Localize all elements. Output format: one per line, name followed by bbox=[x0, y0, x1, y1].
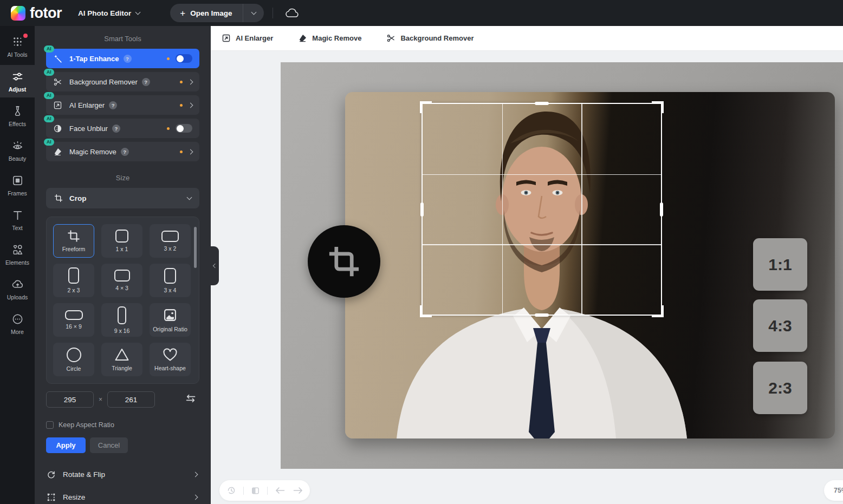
new-feature-dot bbox=[180, 150, 183, 153]
crop-option-heart[interactable]: Heart-shape bbox=[150, 343, 191, 376]
rail-item-uploads[interactable]: Uploads bbox=[0, 273, 35, 305]
resize-row[interactable]: Resize bbox=[46, 489, 199, 504]
open-image-button[interactable]: + Open Image bbox=[170, 4, 243, 22]
crop-option-triangle[interactable]: Triangle bbox=[101, 343, 142, 376]
help-icon[interactable]: ? bbox=[124, 55, 132, 63]
toolbar-tab-label: Background Remover bbox=[400, 34, 474, 42]
toolbar-tab-label: AI Enlarger bbox=[236, 34, 273, 42]
crop-handle-right[interactable] bbox=[660, 202, 663, 217]
crop-dimensions-row: × bbox=[46, 391, 199, 408]
help-icon[interactable]: ? bbox=[121, 148, 129, 156]
canvas-toolbar: AI Enlarger Magic Remove Background Remo… bbox=[211, 26, 843, 51]
compare-button[interactable] bbox=[251, 486, 260, 495]
crop-handle-left[interactable] bbox=[420, 202, 424, 217]
crop-handle-bottom-left[interactable] bbox=[420, 305, 432, 317]
rail-item-more[interactable]: More bbox=[0, 307, 35, 340]
swap-dimensions-button[interactable] bbox=[185, 394, 196, 405]
tool-row-background-remover[interactable]: AI Background Remover ? bbox=[46, 72, 199, 91]
crop-option-label: 2 x 3 bbox=[68, 287, 80, 293]
frames-icon bbox=[11, 174, 24, 187]
notification-dot bbox=[23, 34, 28, 38]
crop-option-3x2[interactable]: 3 x 2 bbox=[150, 224, 191, 258]
crop-option-label: Heart-shape bbox=[154, 365, 186, 371]
tool-row-magic-remove[interactable]: AI Magic Remove ? bbox=[46, 142, 199, 161]
redo-button[interactable] bbox=[293, 486, 303, 495]
toolbar-tab-magic-remove[interactable]: Magic Remove bbox=[294, 30, 366, 46]
cloud-sync-button[interactable] bbox=[283, 8, 301, 18]
apply-button[interactable]: Apply bbox=[46, 437, 86, 453]
rail-item-effects[interactable]: Effects bbox=[0, 100, 35, 132]
rail-item-label: Elements bbox=[5, 259, 29, 266]
chevron-left-icon bbox=[212, 264, 217, 268]
rail-item-adjust[interactable]: Adjust bbox=[0, 65, 35, 97]
crop-handle-bottom-right[interactable] bbox=[652, 305, 664, 317]
app-menu-label: AI Photo Editor bbox=[78, 9, 131, 17]
width-input[interactable] bbox=[46, 391, 94, 408]
landscape-ratio-icon bbox=[161, 231, 179, 242]
ratio-badge-1-1: 1:1 bbox=[753, 238, 807, 291]
crop-option-circle[interactable]: Circle bbox=[53, 343, 94, 376]
rail-item-ai-tools[interactable]: AI Tools bbox=[0, 30, 35, 63]
rail-item-label: Adjust bbox=[9, 86, 27, 93]
photo-canvas[interactable]: 1:1 4:3 2:3 bbox=[281, 62, 843, 469]
keep-aspect-ratio-checkbox[interactable] bbox=[46, 421, 54, 429]
rail-item-beauty[interactable]: Beauty bbox=[0, 134, 35, 167]
rotate-flip-row[interactable]: Rotate & Flip bbox=[46, 466, 199, 482]
text-icon bbox=[11, 209, 24, 221]
undo-button[interactable] bbox=[275, 486, 286, 495]
landscape-ratio-icon bbox=[114, 270, 130, 282]
panel-collapse-handle[interactable] bbox=[211, 246, 219, 285]
crop-option-freeform[interactable]: Freeform bbox=[53, 224, 94, 258]
crop-option-4x3[interactable]: 4 × 3 bbox=[101, 264, 142, 297]
adjust-sliders-icon bbox=[11, 70, 24, 83]
crop-ratio-grid: Freeform 1 x 1 3 x 2 2 x 3 4 × 3 bbox=[53, 224, 192, 376]
tool-label: AI Enlarger bbox=[69, 101, 105, 109]
crop-option-2x3[interactable]: 2 x 3 bbox=[53, 264, 94, 297]
crop-option-original-ratio[interactable]: Original Ratio bbox=[150, 303, 191, 337]
crop-option-9x16[interactable]: 9 x 16 bbox=[101, 303, 142, 337]
tool-row-1-tap-enhance[interactable]: AI 1-Tap Enhance ? bbox=[46, 49, 199, 68]
ai-badge: AI bbox=[44, 45, 54, 53]
portrait-ratio-icon bbox=[164, 268, 176, 284]
history-button[interactable] bbox=[226, 486, 236, 495]
help-icon[interactable]: ? bbox=[112, 125, 120, 133]
open-image-split-button[interactable]: + Open Image bbox=[170, 4, 264, 22]
fotor-logo-icon bbox=[11, 6, 25, 21]
zoom-level-control[interactable]: 75% bbox=[824, 480, 843, 501]
crop-selection-box[interactable] bbox=[422, 103, 662, 316]
rail-item-text[interactable]: Text bbox=[0, 204, 35, 236]
help-icon[interactable]: ? bbox=[142, 78, 150, 86]
height-input[interactable] bbox=[107, 391, 155, 408]
crop-handle-bottom[interactable] bbox=[535, 313, 549, 317]
rotate-icon bbox=[46, 469, 56, 479]
fotor-logo[interactable]: fotor bbox=[11, 5, 62, 22]
toolbar-tab-ai-enlarger[interactable]: AI Enlarger bbox=[217, 30, 277, 46]
crop-handle-top-left[interactable] bbox=[420, 101, 432, 113]
cancel-button[interactable]: Cancel bbox=[90, 437, 128, 453]
rail-item-label: Uploads bbox=[7, 294, 28, 300]
crop-actions-row: Apply Cancel bbox=[46, 437, 199, 453]
plus-icon: + bbox=[180, 9, 185, 18]
crop-option-label: Triangle bbox=[112, 365, 132, 371]
toolbar-tab-background-remover[interactable]: Background Remover bbox=[382, 30, 478, 46]
heart-shape-icon bbox=[163, 348, 178, 362]
app-menu-dropdown[interactable]: AI Photo Editor bbox=[78, 9, 140, 17]
rail-item-frames[interactable]: Frames bbox=[0, 169, 35, 201]
crop-handle-top[interactable] bbox=[535, 102, 549, 105]
crop-dropdown[interactable]: Crop bbox=[46, 188, 199, 208]
tool-row-face-unblur[interactable]: AI Face Unblur ? bbox=[46, 119, 199, 138]
enhance-toggle[interactable] bbox=[176, 54, 192, 63]
tool-label: Face Unblur bbox=[69, 125, 108, 133]
tool-row-ai-enlarger[interactable]: AI AI Enlarger ? bbox=[46, 95, 199, 115]
crop-panel-scrollbar[interactable] bbox=[194, 227, 197, 268]
keep-aspect-ratio-row[interactable]: Keep Aspect Ratio bbox=[46, 421, 199, 429]
crop-option-1x1[interactable]: 1 x 1 bbox=[101, 224, 142, 258]
crop-option-3x4[interactable]: 3 x 4 bbox=[150, 264, 191, 297]
help-icon[interactable]: ? bbox=[109, 101, 117, 109]
crop-handle-top-right[interactable] bbox=[652, 101, 664, 113]
open-image-caret-button[interactable] bbox=[243, 4, 264, 22]
face-unblur-toggle[interactable] bbox=[176, 124, 192, 133]
magic-wand-icon bbox=[53, 54, 62, 63]
rail-item-elements[interactable]: Elements bbox=[0, 238, 35, 271]
crop-option-16x9[interactable]: 16 × 9 bbox=[53, 303, 94, 337]
